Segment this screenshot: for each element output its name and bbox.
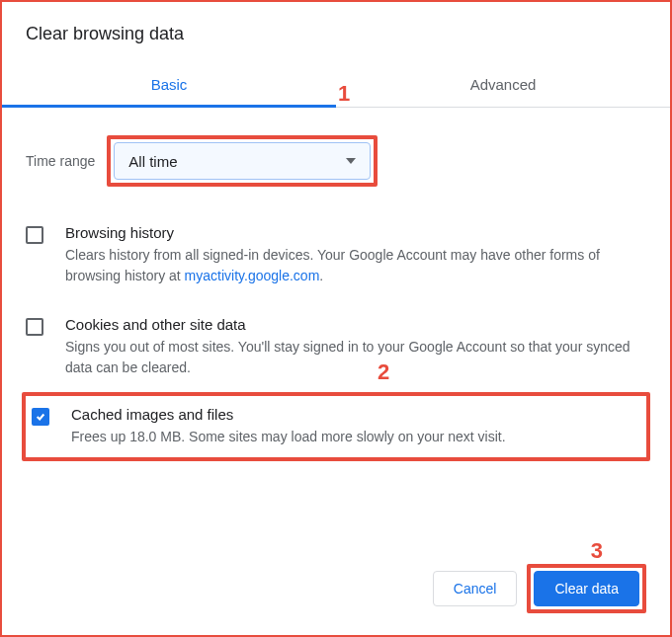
tab-label: Advanced xyxy=(470,76,537,93)
option-title: Cookies and other site data xyxy=(65,316,646,333)
checkbox-cookies[interactable] xyxy=(26,318,43,336)
option-cookies: Cookies and other site data Signs you ou… xyxy=(26,300,646,392)
tab-advanced[interactable]: Advanced xyxy=(336,62,670,107)
option-text: Cached images and files Frees up 18.0 MB… xyxy=(71,406,636,447)
option-title: Browsing history xyxy=(65,224,646,241)
option-text: Browsing history Clears history from all… xyxy=(65,224,646,286)
desc-text: Clears history from all signed-in device… xyxy=(65,247,600,283)
annotation-box-3: Clear data xyxy=(527,564,646,613)
option-cache: Cached images and files Frees up 18.0 MB… xyxy=(22,392,650,461)
tabs: Basic Advanced xyxy=(2,62,670,108)
option-browsing-history: Browsing history Clears history from all… xyxy=(26,208,646,300)
option-desc: Clears history from all signed-in device… xyxy=(65,245,646,286)
cancel-button[interactable]: Cancel xyxy=(433,571,518,606)
time-range-row: Time range All time xyxy=(2,108,670,200)
checkbox-browsing-history[interactable] xyxy=(26,226,43,244)
annotation-box-1: All time xyxy=(107,135,378,187)
time-range-label: Time range xyxy=(26,153,95,169)
clear-browsing-data-dialog: Clear browsing data Basic Advanced Time … xyxy=(0,0,672,637)
time-range-select[interactable]: All time xyxy=(114,142,371,180)
myactivity-link[interactable]: myactivity.google.com xyxy=(185,268,320,283)
time-range-value: All time xyxy=(128,153,177,170)
tab-label: Basic xyxy=(151,76,188,93)
dialog-title: Clear browsing data xyxy=(2,2,670,62)
option-desc: Signs you out of most sites. You'll stay… xyxy=(65,337,646,378)
checkbox-cache[interactable] xyxy=(32,408,49,426)
options-list: Browsing history Clears history from all… xyxy=(2,200,670,461)
option-desc: Frees up 18.0 MB. Some sites may load mo… xyxy=(71,427,636,447)
check-icon xyxy=(36,412,45,422)
desc-text: . xyxy=(319,268,323,283)
chevron-down-icon xyxy=(346,158,356,164)
dialog-footer: Cancel Clear data xyxy=(2,544,670,635)
tab-basic[interactable]: Basic xyxy=(2,62,336,107)
option-title: Cached images and files xyxy=(71,406,636,423)
option-text: Cookies and other site data Signs you ou… xyxy=(65,316,646,378)
clear-data-button[interactable]: Clear data xyxy=(534,571,639,606)
